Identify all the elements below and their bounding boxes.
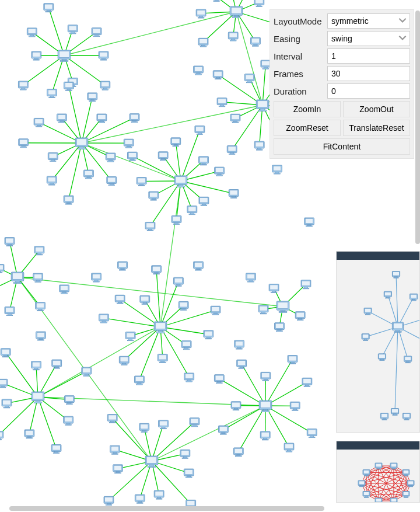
svg-rect-678 [305,218,313,223]
computer-icon [196,9,206,18]
svg-rect-606 [36,247,43,252]
svg-line-84 [223,406,265,430]
computer-icon [229,190,239,198]
svg-rect-680 [306,226,313,227]
computer-icon [258,305,268,314]
computer-icon [97,114,107,123]
horizontal-scrollbar[interactable] [9,506,324,511]
svg-rect-456 [0,387,6,388]
svg-rect-799 [408,486,413,487]
svg-rect-662 [118,262,126,267]
svg-rect-833 [403,470,409,473]
computer-icon [100,81,110,90]
frames-input[interactable] [327,66,410,81]
svg-rect-797 [408,481,414,485]
svg-rect-266 [108,177,116,182]
computer-icon [307,429,317,438]
svg-rect-560 [141,431,148,432]
svg-rect-490 [235,448,242,453]
zoom-in-button[interactable]: ZoomIn [274,101,341,117]
svg-rect-734 [394,332,401,333]
computer-icon [410,294,417,301]
svg-rect-732 [393,323,402,329]
svg-rect-630 [270,285,278,290]
svg-rect-478 [64,417,72,422]
computer-icon [125,332,135,341]
svg-rect-178 [251,39,259,43]
svg-rect-224 [256,149,262,150]
computer-icon [57,114,67,123]
computer-icon [60,285,69,294]
preview-panel-1[interactable] [336,251,420,433]
duration-input[interactable] [327,83,410,99]
computer-icon [391,409,398,416]
computer-icon [204,330,214,339]
computer-icon [0,379,8,388]
computer-icon [184,373,194,382]
svg-rect-464 [33,369,40,370]
preview-panel-2[interactable] [336,441,420,503]
svg-rect-160 [46,11,52,12]
svg-rect-470 [83,368,90,373]
computer-icon [276,301,289,312]
svg-rect-506 [237,361,245,365]
svg-rect-590 [146,457,156,463]
svg-rect-544 [106,504,112,505]
svg-rect-462 [32,362,40,367]
computer-icon [187,206,197,215]
easing-select[interactable]: swing [327,31,410,46]
svg-rect-486 [33,393,43,399]
computer-icon [174,176,187,187]
computer-icon [149,191,159,200]
computer-icon [364,308,372,315]
svg-rect-322 [76,139,86,145]
computer-icon [34,118,44,127]
computer-icon [33,273,43,282]
svg-rect-648 [279,312,287,313]
svg-rect-192 [198,18,204,18]
svg-rect-654 [273,166,281,170]
svg-rect-614 [36,303,44,308]
computer-icon [194,66,204,75]
svg-rect-386 [135,377,143,381]
svg-rect-578 [187,501,195,506]
svg-rect-616 [37,310,44,311]
interval-input[interactable] [327,48,410,64]
svg-rect-642 [275,323,283,328]
interval-label: Interval [274,50,327,62]
svg-rect-422 [212,307,219,312]
svg-rect-410 [152,266,160,271]
svg-rect-310 [131,114,138,119]
zoom-out-button[interactable]: ZoomOut [343,101,410,117]
svg-rect-326 [188,207,196,211]
computer-icon [230,114,240,123]
svg-rect-268 [108,184,115,185]
svg-rect-438 [155,323,165,329]
svg-line-87 [242,364,265,406]
zoom-reset-button[interactable]: ZoomReset [274,120,341,136]
svg-rect-342 [138,178,145,183]
computer-icon [127,152,137,161]
svg-rect-682 [37,332,44,337]
svg-rect-660 [93,281,100,282]
svg-rect-180 [253,46,259,46]
svg-line-698 [395,327,398,412]
svg-rect-508 [239,368,245,368]
svg-rect-646 [278,302,288,308]
translate-reset-button[interactable]: TranslateReset [343,120,410,136]
svg-rect-402 [116,296,124,301]
computer-icon [68,25,78,34]
svg-rect-532 [286,451,292,452]
svg-rect-292 [36,126,42,127]
svg-rect-280 [48,184,55,185]
computer-icon [233,448,243,457]
svg-rect-554 [108,415,116,420]
svg-rect-454 [0,380,6,385]
vertical-scrollbar[interactable] [415,11,420,244]
frames-label: Frames [274,68,327,80]
layout-mode-select[interactable]: symmetric [327,13,410,29]
svg-rect-676 [248,281,254,282]
fit-content-button[interactable]: FitContent [274,138,410,155]
svg-rect-314 [125,140,132,145]
computer-icon [51,445,61,454]
